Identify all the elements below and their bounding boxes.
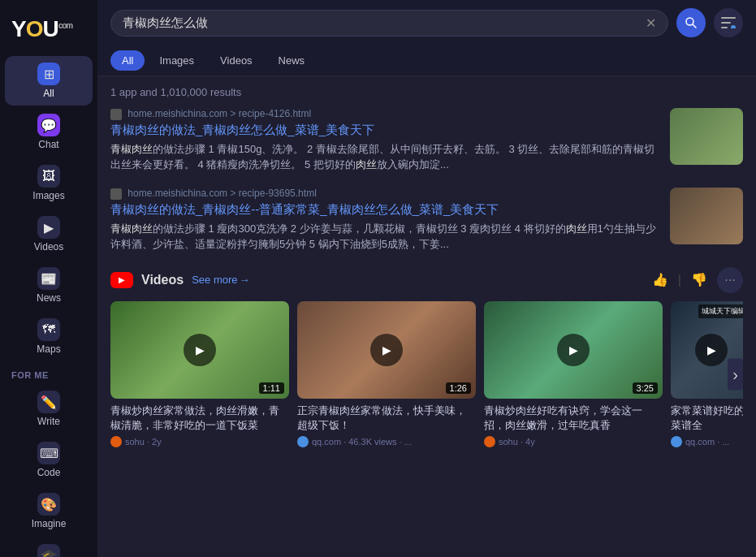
result-url-2: home.meishichina.com > recipe-93695.html <box>110 188 660 200</box>
header: ✕ <box>97 0 756 45</box>
videos-section: ▶ Videos See more → 👍 | 👎 ··· <box>110 267 743 447</box>
search-input[interactable] <box>123 16 639 30</box>
sidebar-item-maps[interactable]: 🗺 Maps <box>5 312 93 361</box>
svg-line-1 <box>693 24 696 28</box>
video-title-4: 家常菜谱好吃的菜谱全 <box>671 404 743 433</box>
sidebar-item-chat[interactable]: 💬 Chat <box>5 107 93 157</box>
sidebar-label-news: News <box>37 292 61 304</box>
list-item[interactable]: ▶ 1:11 青椒炒肉丝家常做法，肉丝滑嫩，青椒清脆，非常好吃的一道下饭菜 so… <box>110 301 289 447</box>
video-meta-4: qq.com · ... <box>671 436 743 447</box>
filter-tabs: All Images Videos News <box>97 45 756 76</box>
table-row: home.meishichina.com > recipe-4126.html … <box>110 108 743 173</box>
videos-section-title: Videos <box>141 273 184 287</box>
sidebar-label-write: Write <box>37 416 60 427</box>
source-icon-3 <box>484 436 495 447</box>
result-thumbnail-2 <box>670 188 743 244</box>
video-title-2: 正宗青椒肉丝家常做法，快手美味，超级下饭！ <box>297 404 476 433</box>
sidebar-item-news[interactable]: 📰 News <box>5 261 93 310</box>
sidebar-item-all[interactable]: ⊞ All <box>5 56 93 106</box>
video-thumbnail-1: ▶ 1:11 <box>110 301 289 399</box>
result-snippet-2: 青椒肉丝的做法步骤 1 瘦肉300克洗净 2 少许姜与蒜，几颗花椒，青椒切丝 3… <box>110 221 660 253</box>
study-icon: 🎓 <box>37 544 60 557</box>
favicon-icon-1 <box>110 109 122 120</box>
sidebar-item-images[interactable]: 🖼 Images <box>5 158 93 208</box>
all-icon: ⊞ <box>37 63 60 85</box>
logo: YOUcom <box>0 10 84 55</box>
videos-icon: ▶ <box>37 216 60 239</box>
content-area: 1 app and 1,010,000 results home.meishic… <box>97 76 756 557</box>
results-count: 1 app and 1,010,000 results <box>110 86 743 98</box>
video-thumbnail-2: ▶ 1:26 <box>297 301 476 399</box>
sidebar-label-all: All <box>43 88 54 99</box>
sidebar-item-study[interactable]: 🎓 Study <box>5 538 93 557</box>
sidebar-label-chat: Chat <box>38 139 58 150</box>
sidebar-label-imagine: Imagine <box>32 518 67 529</box>
tab-images[interactable]: Images <box>148 50 205 71</box>
sidebar-item-imagine[interactable]: 🎨 Imagine <box>5 486 93 536</box>
maps-icon: 🗺 <box>37 318 60 341</box>
play-button-4[interactable]: ▶ <box>695 334 728 366</box>
news-icon: 📰 <box>37 267 60 290</box>
svg-rect-3 <box>721 22 731 24</box>
play-button-1[interactable]: ▶ <box>184 334 216 366</box>
list-item[interactable]: ▶ 1:26 正宗青椒肉丝家常做法，快手美味，超级下饭！ qq.com · 46… <box>297 301 476 447</box>
svg-rect-4 <box>721 27 728 28</box>
source-icon-4 <box>671 436 682 447</box>
video-thumbnail-3: ▶ 3:25 <box>484 301 663 399</box>
for-me-section-label: For Me <box>0 362 60 383</box>
result-thumbnail-1 <box>670 108 743 165</box>
video-overlay-text: 城城天下编辑 <box>698 304 743 318</box>
play-button-3[interactable]: ▶ <box>557 334 590 366</box>
result-snippet-1: 青椒肉丝的做法步骤 1 青椒150g、洗净。 2 青椒去除尾部、从中间刨开去籽、… <box>110 141 660 173</box>
result-content-1: home.meishichina.com > recipe-4126.html … <box>110 108 660 173</box>
main-content: ✕ All Images Videos News 1 app and 1,010… <box>97 0 756 557</box>
chat-icon: 💬 <box>37 114 60 136</box>
video-duration-3: 3:25 <box>633 382 658 394</box>
tab-news[interactable]: News <box>267 50 317 71</box>
sidebar-label-images: Images <box>32 190 64 201</box>
videos-wrapper: ▶ 1:11 青椒炒肉丝家常做法，肉丝滑嫩，青椒清脆，非常好吃的一道下饭菜 so… <box>110 301 743 447</box>
video-duration-2: 1:26 <box>446 382 471 394</box>
source-icon-1 <box>110 436 122 447</box>
more-options-button[interactable]: ··· <box>717 267 743 293</box>
menu-button[interactable] <box>714 8 743 37</box>
result-url-1: home.meishichina.com > recipe-4126.html <box>110 108 660 120</box>
result-title-1[interactable]: 青椒肉丝的做法_青椒肉丝怎么做_菜谱_美食天下 <box>110 123 660 138</box>
videos-grid: ▶ 1:11 青椒炒肉丝家常做法，肉丝滑嫩，青椒清脆，非常好吃的一道下饭菜 so… <box>110 301 743 447</box>
sidebar-item-videos[interactable]: ▶ Videos <box>5 209 93 259</box>
sidebar: YOUcom ⊞ All 💬 Chat 🖼 Images ▶ Videos 📰 … <box>0 0 97 557</box>
next-page-button[interactable]: › <box>728 358 743 390</box>
logo-sup: com <box>58 21 73 30</box>
table-row: home.meishichina.com > recipe-93695.html… <box>110 188 743 253</box>
see-more-link[interactable]: See more → <box>192 274 249 286</box>
thumbs-up-button[interactable]: 👍 <box>649 269 672 291</box>
sidebar-label-videos: Videos <box>34 241 63 253</box>
play-button-2[interactable]: ▶ <box>370 334 403 366</box>
video-duration-1: 1:11 <box>259 382 284 394</box>
search-bar: ✕ <box>110 10 668 37</box>
write-icon: ✏️ <box>37 391 60 413</box>
sidebar-item-write[interactable]: ✏️ Write <box>5 384 93 434</box>
video-title-1: 青椒炒肉丝家常做法，肉丝滑嫩，青椒清脆，非常好吃的一道下饭菜 <box>110 404 289 433</box>
video-title-3: 青椒炒肉丝好吃有诀窍，学会这一招，肉丝嫩滑，过年吃真香 <box>484 404 663 433</box>
clear-search-button[interactable]: ✕ <box>646 15 656 31</box>
result-content-2: home.meishichina.com > recipe-93695.html… <box>110 188 660 253</box>
videos-header: ▶ Videos See more → 👍 | 👎 ··· <box>110 267 743 293</box>
list-item[interactable]: ▶ 3:25 青椒炒肉丝好吃有诀窍，学会这一招，肉丝嫩滑，过年吃真香 sohu … <box>484 301 663 447</box>
result-title-2[interactable]: 青椒肉丝的做法_青椒肉丝--普通家常菜_青椒肉丝怎么做_菜谱_美食天下 <box>110 202 660 218</box>
svg-point-5 <box>731 25 736 28</box>
favicon-icon-2 <box>110 188 122 200</box>
sidebar-label-code: Code <box>37 467 61 478</box>
tab-all[interactable]: All <box>110 50 145 71</box>
source-icon-2 <box>297 436 309 447</box>
imagine-icon: 🎨 <box>37 493 60 516</box>
video-meta-2: qq.com · 46.3K views · ... <box>297 436 476 447</box>
youtube-icon: ▶ <box>110 272 133 288</box>
sidebar-item-code[interactable]: ⌨ Code <box>5 435 93 485</box>
search-button[interactable] <box>676 8 706 37</box>
svg-rect-2 <box>721 17 736 19</box>
tab-videos[interactable]: Videos <box>209 50 264 71</box>
sidebar-label-maps: Maps <box>37 343 60 355</box>
images-icon: 🖼 <box>37 165 60 188</box>
thumbs-down-button[interactable]: 👎 <box>688 269 711 291</box>
